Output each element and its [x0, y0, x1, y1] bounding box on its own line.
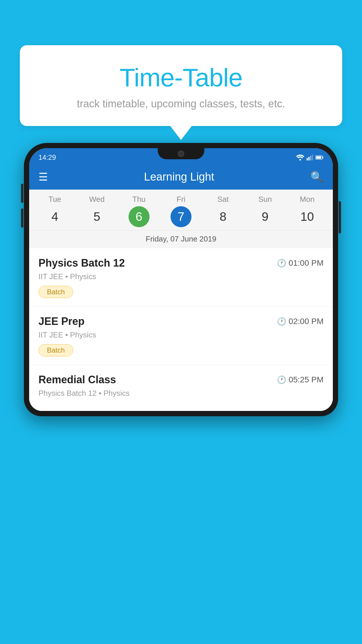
schedule-item-header: Remedial Class 🕐 05:25 PM [38, 374, 324, 386]
schedule-list: Physics Batch 12 🕐 01:00 PM IIT JEE • Ph… [29, 248, 333, 411]
svg-rect-2 [308, 157, 310, 160]
battery-icon [315, 155, 324, 160]
schedule-title: JEE Prep [38, 315, 85, 328]
day-name: Mon [300, 195, 315, 204]
clock-icon: 🕐 [277, 375, 286, 384]
side-button-volume-up [21, 184, 23, 203]
selected-date-label: Friday, 07 June 2019 [29, 230, 333, 248]
svg-rect-3 [310, 156, 311, 160]
day-name: Sat [217, 195, 229, 204]
day-col-sat[interactable]: Sat8 [205, 195, 240, 227]
schedule-item-0[interactable]: Physics Batch 12 🕐 01:00 PM IIT JEE • Ph… [29, 248, 333, 307]
status-time: 14:29 [38, 153, 56, 162]
bubble-subtitle: track timetable, upcoming classes, tests… [31, 98, 331, 110]
schedule-title: Remedial Class [38, 374, 116, 386]
day-name: Sun [258, 195, 272, 204]
speech-bubble: Time-Table track timetable, upcoming cla… [20, 45, 342, 126]
schedule-item-header: Physics Batch 12 🕐 01:00 PM [38, 257, 324, 269]
schedule-meta: IIT JEE • Physics [38, 330, 324, 340]
phone-screen: 14:29 [29, 148, 333, 411]
calendar-strip: Tue4Wed5Thu6Fri7Sat8Sun9Mon10 Friday, 07… [29, 190, 333, 248]
day-name: Fri [177, 195, 185, 204]
search-icon[interactable]: 🔍 [310, 171, 324, 183]
day-number: 5 [86, 206, 107, 227]
menu-icon[interactable]: ☰ [38, 171, 48, 183]
schedule-meta: IIT JEE • Physics [38, 272, 324, 281]
day-col-sun[interactable]: Sun9 [248, 195, 283, 227]
speech-bubble-container: Time-Table track timetable, upcoming cla… [20, 45, 342, 126]
schedule-time: 🕐 01:00 PM [277, 258, 324, 268]
day-number: 6 [129, 206, 150, 227]
batch-badge: Batch [38, 344, 73, 356]
signal-icon [307, 155, 313, 160]
schedule-item-header: JEE Prep 🕐 02:00 PM [38, 315, 324, 328]
side-button-volume-down [21, 209, 23, 228]
svg-rect-1 [307, 158, 308, 160]
day-number: 10 [297, 206, 318, 227]
schedule-title: Physics Batch 12 [38, 257, 125, 269]
day-number: 9 [255, 206, 276, 227]
days-row: Tue4Wed5Thu6Fri7Sat8Sun9Mon10 [29, 195, 333, 227]
notch [158, 148, 204, 159]
schedule-time: 🕐 05:25 PM [277, 375, 324, 384]
day-col-tue[interactable]: Tue4 [37, 195, 72, 227]
app-bar: ☰ Learning Light 🔍 [29, 164, 333, 190]
day-col-mon[interactable]: Mon10 [290, 195, 325, 227]
day-number: 7 [171, 206, 191, 227]
svg-rect-4 [312, 155, 313, 160]
side-button-power [339, 201, 341, 233]
day-number: 8 [212, 206, 233, 227]
clock-icon: 🕐 [277, 259, 286, 268]
day-col-wed[interactable]: Wed5 [79, 195, 114, 227]
day-col-fri[interactable]: Fri7 [164, 195, 198, 227]
day-name: Tue [48, 195, 61, 204]
schedule-item-2[interactable]: Remedial Class 🕐 05:25 PM Physics Batch … [29, 365, 333, 411]
phone-container: 14:29 [24, 143, 338, 644]
bubble-title: Time-Table [31, 63, 331, 92]
svg-point-0 [299, 159, 301, 160]
batch-badge: Batch [38, 286, 73, 298]
status-bar: 14:29 [29, 148, 333, 164]
day-name: Wed [89, 195, 105, 204]
svg-rect-7 [316, 156, 321, 159]
camera [178, 150, 184, 157]
day-number: 4 [44, 206, 65, 227]
day-col-thu[interactable]: Thu6 [122, 195, 157, 227]
schedule-item-1[interactable]: JEE Prep 🕐 02:00 PM IIT JEE • Physics Ba… [29, 307, 333, 365]
app-title: Learning Light [144, 171, 214, 183]
clock-icon: 🕐 [277, 317, 286, 326]
day-name: Thu [132, 195, 145, 204]
phone-outer: 14:29 [24, 143, 338, 416]
wifi-icon [296, 155, 304, 160]
schedule-meta: Physics Batch 12 • Physics [38, 389, 324, 398]
svg-rect-6 [322, 157, 323, 158]
status-icons [296, 155, 324, 160]
schedule-time: 🕐 02:00 PM [277, 317, 324, 326]
